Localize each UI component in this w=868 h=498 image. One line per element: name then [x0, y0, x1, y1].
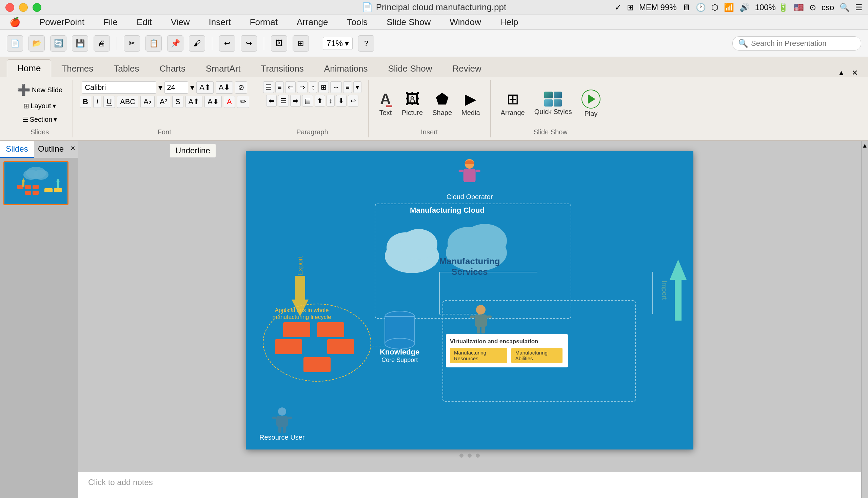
format-painter-button[interactable]: 🖌 — [189, 35, 205, 52]
notes-area[interactable]: Click to add notes — [78, 472, 861, 498]
open-file-button[interactable]: 📂 — [28, 35, 45, 52]
valign-top-button[interactable]: ⬆ — [315, 95, 325, 106]
valign-mid-button[interactable]: ↕ — [326, 95, 335, 106]
ribbon-options[interactable]: ✕ — [848, 68, 861, 77]
slides-tab[interactable]: Slides — [0, 141, 34, 158]
quick-styles-button[interactable]: Quick Styles — [531, 90, 575, 118]
line-spacing-button[interactable]: ↕ — [309, 81, 317, 93]
underline-button[interactable]: U — [103, 96, 115, 108]
menu-powerpoint[interactable]: PowerPoint — [37, 16, 87, 29]
valign-bot-button[interactable]: ⬇ — [336, 95, 347, 106]
insert-table-button[interactable]: ⊞ — [293, 35, 309, 52]
font-color-button[interactable]: A — [224, 96, 235, 108]
play-circle-button[interactable] — [582, 90, 600, 108]
tab-transitions[interactable]: Transitions — [251, 60, 314, 77]
font-size-dn2[interactable]: A⬇ — [204, 96, 222, 108]
save-button[interactable]: 🔄 — [50, 35, 66, 52]
undo-button[interactable]: ↩ — [219, 35, 235, 52]
section-dropdown[interactable]: ▾ — [54, 115, 57, 123]
list-icon[interactable]: ☰ — [855, 3, 863, 12]
copy-button[interactable]: 📋 — [145, 35, 162, 52]
align-center-button[interactable]: ☰ — [278, 95, 289, 106]
apple-menu[interactable]: 🍎 — [7, 16, 23, 29]
search-input[interactable] — [751, 39, 855, 48]
right-scrollbar[interactable]: ▲ ▼ — [861, 141, 868, 498]
tab-tables[interactable]: Tables — [103, 60, 149, 77]
maximize-button[interactable] — [32, 3, 41, 12]
para-dropdown[interactable]: ▾ — [353, 81, 361, 93]
font-increase-button[interactable]: A⬆ — [196, 81, 214, 94]
menu-slideshow[interactable]: Slide Show — [384, 16, 433, 29]
menu-insert[interactable]: Insert — [206, 16, 233, 29]
menu-window[interactable]: Window — [447, 16, 483, 29]
indent-button[interactable]: ⇒ — [297, 81, 308, 93]
paste-button[interactable]: 📌 — [167, 35, 184, 52]
outline-tab[interactable]: Outline — [34, 141, 68, 158]
menu-tools[interactable]: Tools — [344, 16, 370, 29]
text-direction-button[interactable]: ↔ — [330, 81, 342, 93]
subscript-button[interactable]: A₂ — [141, 96, 155, 108]
picture-button[interactable]: 🖼 Picture — [398, 89, 426, 119]
rtl-button[interactable]: ↩ — [348, 95, 358, 106]
slide-dot-1[interactable] — [459, 454, 464, 458]
tab-charts[interactable]: Charts — [149, 60, 196, 77]
tab-animations[interactable]: Animations — [314, 60, 378, 77]
align-justify2-button[interactable]: ▤ — [302, 95, 313, 106]
font-decrease-button[interactable]: A⬇ — [216, 81, 233, 94]
font-size-up2[interactable]: A⬆ — [186, 96, 203, 108]
strikethrough-button[interactable]: ABC — [117, 96, 138, 108]
slide-thumb-1[interactable]: 1 — [3, 161, 75, 205]
play-button[interactable]: Play — [578, 88, 604, 120]
redo-button[interactable]: ↪ — [241, 35, 257, 52]
menu-edit[interactable]: Edit — [134, 16, 155, 29]
scroll-down-arrow[interactable]: ▼ — [860, 496, 868, 498]
new-slide-button[interactable]: ➕ New Slide — [14, 81, 66, 99]
save-disk-button[interactable]: 💾 — [72, 35, 88, 52]
columns-button[interactable]: ⊞ — [318, 81, 329, 93]
tab-slideshow[interactable]: Slide Show — [378, 60, 442, 77]
menu-arrange[interactable]: Arrange — [294, 16, 331, 29]
minimize-button[interactable] — [19, 3, 28, 12]
font-size-dropdown[interactable]: ▾ — [190, 83, 194, 92]
align-left-button[interactable]: ⬅ — [266, 95, 277, 106]
bold-button[interactable]: B — [80, 96, 91, 108]
tab-smartart[interactable]: SmartArt — [196, 60, 251, 77]
slide-canvas[interactable]: Cloud Operator Manufacturing Cloud — [246, 151, 693, 449]
bullets-button[interactable]: ☰ — [263, 81, 274, 93]
menu-help[interactable]: Help — [497, 16, 521, 29]
arrange-button[interactable]: ⊞ Arrange — [497, 88, 528, 119]
media-button[interactable]: ▶ Media — [458, 88, 483, 119]
new-file-button[interactable]: 📄 — [7, 35, 23, 52]
cut-button[interactable]: ✂ — [124, 35, 140, 52]
scroll-up-arrow[interactable]: ▲ — [860, 141, 868, 150]
font-dropdown[interactable]: ▾ — [158, 83, 162, 92]
zoom-control[interactable]: 71% ▾ — [323, 37, 352, 50]
outdent-button[interactable]: ⇐ — [285, 81, 296, 93]
zoom-dropdown-icon[interactable]: ▾ — [345, 39, 349, 48]
shadow-button[interactable]: S — [172, 96, 184, 108]
font-highlight-button[interactable]: ✏ — [237, 96, 249, 108]
menu-format[interactable]: Format — [247, 16, 280, 29]
collapse-ribbon-up[interactable]: ▲ — [834, 68, 848, 77]
search-box[interactable]: 🔍 — [732, 36, 861, 51]
shape-button[interactable]: ⬟ Shape — [429, 88, 455, 119]
help-button[interactable]: ? — [358, 35, 374, 52]
insert-photo-button[interactable]: 🖼 — [271, 35, 287, 52]
italic-button[interactable]: I — [93, 96, 102, 108]
tab-review[interactable]: Review — [442, 60, 492, 77]
section-button[interactable]: ☰ Section ▾ — [19, 113, 61, 126]
numbering-button[interactable]: ≡ — [275, 81, 284, 93]
font-size-input[interactable] — [164, 81, 188, 94]
align-right-button[interactable]: ➡ — [290, 95, 301, 106]
print-button[interactable]: 🖨 — [94, 35, 110, 52]
tab-home[interactable]: Home — [7, 60, 51, 77]
font-name-input[interactable] — [82, 81, 156, 94]
text-insert-button[interactable]: A ▬ Text — [375, 89, 396, 119]
search-icon[interactable]: 🔍 — [840, 3, 850, 12]
layout-button[interactable]: ⊞ Layout ▾ — [20, 100, 59, 112]
align-justify-button[interactable]: ≡ — [343, 81, 352, 93]
tab-themes[interactable]: Themes — [51, 60, 103, 77]
superscript-button[interactable]: A² — [157, 96, 170, 108]
close-button[interactable] — [5, 3, 14, 12]
clear-format-button[interactable]: ⊘ — [235, 81, 247, 94]
